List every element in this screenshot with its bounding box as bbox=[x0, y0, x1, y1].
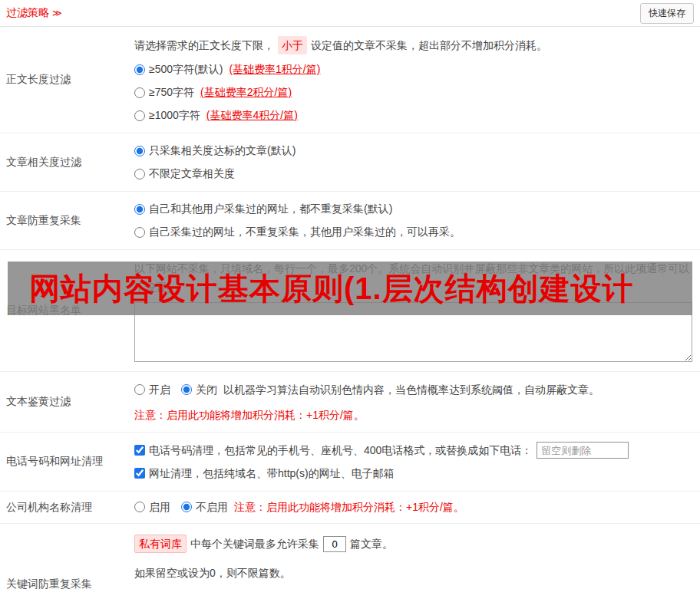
marquee-overlay: 网站内容设计基本原则(1.层次结构创建设计 bbox=[8, 262, 692, 315]
row-phone-url-clean: 电话号码和网址清理 电话号码清理，包括常见的手机号、座机号、400电话格式，或替… bbox=[0, 433, 700, 492]
radio-label-relevance-any: 不限定文章相关度 bbox=[149, 166, 235, 182]
page-title[interactable]: 过滤策略≫ bbox=[6, 6, 62, 20]
radio-option-dedup-self[interactable]: 自己采集过的网址，不重复采集，其他用户采集过的，可以再采。 bbox=[134, 224, 461, 240]
porn-filter-fee-note: 注意：启用此功能将增加积分消耗：+1积分/篇。 bbox=[134, 407, 692, 423]
keyword-note-zero: 如果留空或设为0，则不限篇数。 bbox=[134, 565, 692, 581]
radio-option-750[interactable]: ≥750字符 (基础费率2积分/篇) bbox=[134, 84, 292, 100]
length-filter-desc: 请选择需求的正文长度下限， 小于 设定值的文章不采集，超出部分不增加积分消耗。 bbox=[134, 36, 692, 54]
checkbox-input-phone-clean[interactable] bbox=[134, 445, 145, 456]
marquee-text: 网站内容设计基本原则(1.层次结构创建设计 bbox=[29, 268, 634, 310]
checkbox-label-url-clean: 网址清理，包括纯域名、带http(s)的网址、电子邮箱 bbox=[149, 465, 395, 482]
checkbox-option-url-clean[interactable]: 网址清理，包括纯域名、带http(s)的网址、电子邮箱 bbox=[134, 465, 395, 482]
radio-label-1000: ≥1000字符 bbox=[149, 107, 200, 123]
private-thesaurus-chip: 私有词库 bbox=[134, 535, 187, 553]
radio-option-company-on[interactable]: 启用 bbox=[134, 499, 170, 515]
radio-label-dedup-all: 自己和其他用户采集过的网址，都不重复采集(默认) bbox=[149, 201, 392, 217]
keyword-limit-text: 中每个关键词最多允许采集 bbox=[190, 536, 319, 551]
radio-option-relevance-any[interactable]: 不限定文章相关度 bbox=[134, 166, 235, 182]
company-clean-label: 公司机构名称清理 bbox=[0, 492, 134, 523]
fee-note-500: (基础费率1积分/篇) bbox=[229, 61, 320, 77]
row-porn-filter: 文本鉴黄过滤 开启 关闭 以机器学习算法自动识别色情内容，当色情概率达到系统阈值… bbox=[0, 372, 700, 433]
porn-filter-desc: 以机器学习算法自动识别色情内容，当色情概率达到系统阈值，自动屏蔽文章。 bbox=[223, 381, 599, 398]
radio-option-porn-on[interactable]: 开启 bbox=[134, 381, 170, 398]
radio-input-company-off[interactable] bbox=[181, 502, 192, 512]
desc-text-before: 请选择需求的正文长度下限， bbox=[134, 37, 274, 54]
page-title-text: 过滤策略 bbox=[6, 6, 49, 18]
dedup-filter-label: 文章防重复采集 bbox=[0, 192, 134, 249]
less-than-highlight: 小于 bbox=[278, 36, 307, 54]
radio-input-500[interactable] bbox=[134, 64, 145, 75]
checkbox-input-url-clean[interactable] bbox=[134, 468, 145, 479]
checkbox-label-phone-clean: 电话号码清理，包括常见的手机号、座机号、400电话格式，或替换成如下电话： bbox=[149, 442, 532, 459]
row-length-filter: 正文长度过滤 请选择需求的正文长度下限， 小于 设定值的文章不采集，超出部分不增… bbox=[0, 27, 700, 133]
radio-option-company-off[interactable]: 不启用 bbox=[181, 499, 228, 515]
keyword-limit-input[interactable] bbox=[323, 536, 346, 552]
radio-label-porn-off: 关闭 bbox=[196, 381, 217, 398]
radio-label-company-off: 不启用 bbox=[196, 499, 228, 515]
radio-input-750[interactable] bbox=[134, 87, 145, 98]
replacement-phone-input[interactable] bbox=[537, 442, 629, 459]
radio-option-500[interactable]: ≥500字符(默认) (基础费率1积分/篇) bbox=[134, 61, 320, 77]
radio-input-dedup-self[interactable] bbox=[134, 227, 145, 238]
phone-url-clean-label: 电话号码和网址清理 bbox=[0, 433, 134, 491]
radio-input-relevance-any[interactable] bbox=[134, 169, 145, 179]
keyword-dedup-label: 关键词防重复采集 bbox=[0, 524, 134, 589]
fee-note-1000: (基础费率4积分/篇) bbox=[206, 107, 298, 123]
radio-input-porn-off[interactable] bbox=[181, 384, 192, 395]
radio-input-1000[interactable] bbox=[134, 110, 145, 121]
quick-save-button[interactable]: 快速保存 bbox=[640, 3, 694, 24]
radio-label-porn-on: 开启 bbox=[149, 381, 170, 398]
keyword-limit-suffix: 篇文章。 bbox=[350, 536, 393, 551]
radio-option-porn-off[interactable]: 关闭 bbox=[181, 381, 217, 398]
radio-input-porn-on[interactable] bbox=[134, 384, 145, 395]
radio-option-1000[interactable]: ≥1000字符 (基础费率4积分/篇) bbox=[134, 107, 298, 123]
company-clean-fee-note: 注意：启用此功能将增加积分消耗：+1积分/篇。 bbox=[234, 499, 464, 515]
checkbox-option-phone-clean[interactable]: 电话号码清理，包括常见的手机号、座机号、400电话格式，或替换成如下电话： bbox=[134, 442, 532, 459]
header-bar: 过滤策略≫ 快速保存 bbox=[0, 0, 700, 27]
radio-input-company-on[interactable] bbox=[134, 502, 145, 512]
radio-option-relevance-strict[interactable]: 只采集相关度达标的文章(默认) bbox=[134, 143, 296, 159]
radio-label-750: ≥750字符 bbox=[149, 84, 194, 100]
radio-label-relevance-strict: 只采集相关度达标的文章(默认) bbox=[149, 143, 296, 159]
radio-label-dedup-self: 自己采集过的网址，不重复采集，其他用户采集过的，可以再采。 bbox=[149, 224, 461, 240]
chevron-double-icon: ≫ bbox=[52, 8, 62, 18]
desc-text-after: 设定值的文章不采集，超出部分不增加积分消耗。 bbox=[311, 37, 547, 54]
radio-input-dedup-all[interactable] bbox=[134, 204, 145, 215]
relevance-filter-label: 文章相关度过滤 bbox=[0, 133, 134, 191]
radio-label-company-on: 启用 bbox=[149, 499, 170, 515]
radio-input-relevance-strict[interactable] bbox=[134, 146, 145, 156]
porn-filter-label: 文本鉴黄过滤 bbox=[0, 372, 134, 432]
row-company-clean: 公司机构名称清理 启用 不启用 注意：启用此功能将增加积分消耗：+1积分/篇。 bbox=[0, 492, 700, 524]
fee-note-750: (基础费率2积分/篇) bbox=[200, 84, 292, 100]
row-keyword-dedup: 关键词防重复采集 私有词库 中每个关键词最多允许采集 篇文章。 如果留空或设为0… bbox=[0, 524, 700, 589]
length-filter-label: 正文长度过滤 bbox=[0, 27, 134, 133]
radio-label-500: ≥500字符(默认) bbox=[149, 61, 223, 77]
radio-option-dedup-all[interactable]: 自己和其他用户采集过的网址，都不重复采集(默认) bbox=[134, 201, 392, 217]
row-relevance-filter: 文章相关度过滤 只采集相关度达标的文章(默认) 不限定文章相关度 bbox=[0, 133, 700, 192]
row-dedup-filter: 文章防重复采集 自己和其他用户采集过的网址，都不重复采集(默认) 自己采集过的网… bbox=[0, 192, 700, 250]
